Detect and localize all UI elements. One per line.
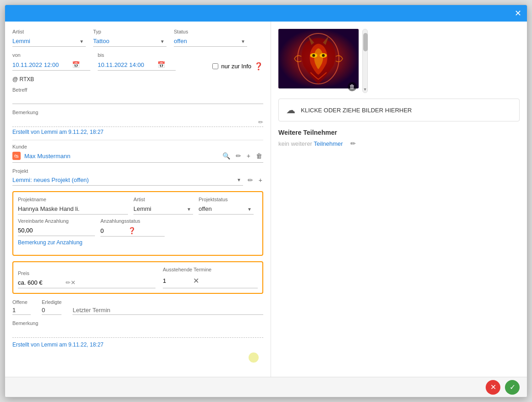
projekt-add-button[interactable]: + [258,176,263,185]
von-date-wrapper: 10.11.2022 12:00 📅 [12,59,90,71]
typ-label: Typ [93,29,166,34]
rtxb-label: @ RTXB [12,76,263,83]
upload-cloud-icon: ☁ [286,105,295,116]
projektname-input[interactable]: Hannya Maske Hand li. [18,204,128,215]
typ-group: Typ Tattoo ▼ [93,29,166,47]
nur-info-row: nur zur Info ❓ [212,62,263,71]
price-box: Preis ✏✕ Ausstehende Termine ✕ [12,261,263,294]
erledigt-field: Erledigte 0 [42,299,61,315]
kunde-delete-button[interactable]: 🗑 [255,151,263,160]
price-box-row: Preis ✏✕ Ausstehende Termine ✕ [18,267,258,288]
tattoo-image [278,29,359,88]
teilnehmer-title: Weitere Teilnehmer [278,129,520,136]
letzter-termin: Letzter Termin [72,307,263,315]
bis-calendar-icon[interactable]: 📅 [157,61,165,68]
teilnehmer-section: Weitere Teilnehmer kein weiterer Teilneh… [278,129,520,148]
svg-point-5 [322,54,325,57]
anzahlungsstatus-help-icon[interactable]: ❓ [128,227,136,234]
info-help-icon[interactable]: ❓ [254,62,263,71]
scrollbar[interactable]: ▼ [362,29,368,93]
projektstatus-select[interactable]: offen [199,204,254,215]
anzahlungsstatus-input[interactable] [100,227,128,234]
bemerkung-input[interactable] [12,116,263,127]
von-label: von [12,52,90,58]
status-select[interactable]: offen [174,36,247,47]
teilnehmer-row: kein weiterer Teilnehmer ✏ [278,139,520,148]
bis-input[interactable]: 10.11.2022 14:00 [98,61,157,68]
content-area: Artist Lemmi ▼ Typ Tattoo ▼ [5,22,527,377]
ausstehend-label: Ausstehende Termine [163,267,258,272]
kunde-edit-button[interactable]: ✏ [235,151,242,160]
teilnehmer-link[interactable]: Teilnehmer [314,140,343,147]
cursor-area [12,352,263,362]
image-delete-button[interactable]: 🗑 [348,82,357,91]
bemerkung-edit-icon[interactable]: ✏ [258,119,263,126]
erledigt-label: Erledigte [42,299,61,305]
projekt-edit-button[interactable]: ✏ [247,176,254,185]
scrollbar-down-icon[interactable]: ▼ [363,87,367,92]
anzahlung-row: Vereinbarte Anzahlung Anzahlungsstatus ❓ [18,218,258,237]
preis-input[interactable] [18,277,64,288]
preis-field: Preis ✏✕ [18,270,155,288]
kunde-add-button[interactable]: + [246,151,251,160]
kunde-name: Max Mustermann [24,153,218,160]
vereinbarte-input[interactable] [18,225,95,236]
right-panel: 🗑 ▼ ☁ KLICKE ODER ZIEHE BILDER HIERHER W… [271,22,527,377]
oe-row: Offene 1 Erledigte 0 Letzter Termin [12,299,263,315]
scrollbar-thumb[interactable] [363,33,368,51]
offene-field: Offene 1 [12,299,31,315]
von-calendar-icon[interactable]: 📅 [72,61,80,68]
image-preview-container: 🗑 [278,29,359,93]
bemerkung2-group: Bemerkung [12,320,263,338]
von-input[interactable]: 10.11.2022 12:00 [12,61,72,68]
cancel-icon: ✕ [490,383,496,391]
ausstehend-input[interactable] [163,277,190,284]
cursor-indicator [249,352,259,363]
bis-group: bis 10.11.2022 14:00 📅 [98,52,176,71]
confirm-button[interactable]: ✓ [505,380,520,395]
partist-select-wrapper: Lemmi ▼ [133,204,193,215]
bemerkung2-input[interactable] [12,327,263,338]
status-select-wrapper: offen ▼ [174,36,247,47]
status-group: Status offen ▼ [174,29,247,47]
upload-text: KLICKE ODER ZIEHE BILDER HIERHER [301,107,412,114]
bemerkung-label: Bemerkung [12,110,263,115]
nur-info-checkbox[interactable] [212,63,218,69]
artist-select[interactable]: Lemmi [12,36,86,47]
projekt-label: Projekt [12,168,263,174]
erstellt2-text: Erstellt von Lemmi am 9.11.22, 18:27 [12,341,263,348]
artist-select-wrapper: Lemmi ▼ [12,36,86,47]
confirm-icon: ✓ [510,383,515,391]
bemerkung-anzahlung: Bemerkung zur Anzahlung [18,239,258,246]
betreff-group: Betreff [12,86,263,104]
teilnehmer-edit-button[interactable]: ✏ [349,139,357,148]
anz-status-row: ❓ [100,225,165,237]
von-group: von 10.11.2022 12:00 📅 [12,52,90,71]
ausstehend-field: Ausstehende Termine ✕ [163,267,258,288]
kein-teilnehmer-text: kein weiterer Teilnehmer [278,140,343,147]
projektname-label: Projektname [18,197,128,202]
typ-select[interactable]: Tattoo [93,36,166,47]
betreff-input[interactable] [12,93,263,104]
partist-field: Artist Lemmi ▼ [133,197,193,215]
status-label: Status [174,29,247,34]
preis-label: Preis [18,270,155,276]
projektstatus-label: Projektstatus [199,197,254,202]
kunde-label: Kunde [12,144,263,149]
preis-edit-icon[interactable]: ✏✕ [66,279,76,286]
cancel-button[interactable]: ✕ [486,380,500,395]
main-dialog: ✕ Artist Lemmi ▼ Typ [5,5,527,397]
betreff-label: Betreff [12,87,27,93]
erledigt-value: 0 [42,306,61,315]
nur-info-label: nur zur Info [221,63,251,70]
ausstehend-clear-button[interactable]: ✕ [192,275,200,286]
ausstehend-row: ✕ [163,274,258,288]
svg-point-4 [312,54,315,57]
projekt-select[interactable]: Lemmi: neues Projekt (offen) [12,175,243,185]
anzahlungsstatus-field: Anzahlungsstatus ❓ [100,218,165,237]
upload-area[interactable]: ☁ KLICKE ODER ZIEHE BILDER HIERHER [278,99,520,121]
partist-select[interactable]: Lemmi [133,204,193,215]
kunde-search-button[interactable]: 🔍 [222,151,231,160]
bis-label: bis [98,52,176,58]
close-button[interactable]: ✕ [512,8,523,19]
